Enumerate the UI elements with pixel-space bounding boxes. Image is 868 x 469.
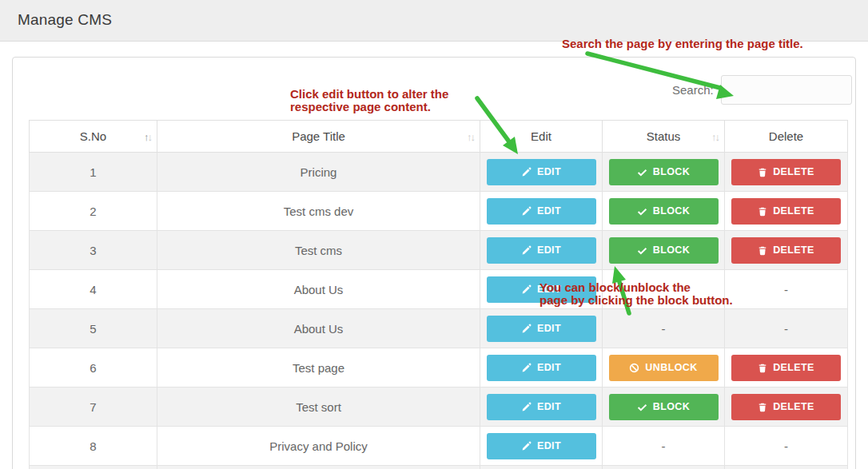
trash-icon [758, 402, 767, 412]
edit-cell: EDIT [480, 231, 603, 270]
sort-icon: ↑↓ [711, 130, 719, 142]
edit-button[interactable]: EDIT [487, 433, 596, 459]
trash-icon [758, 167, 767, 177]
column-header-s-no[interactable]: S.No↑↓ [30, 121, 157, 153]
sno-cell: 6 [30, 348, 157, 388]
block-button-label: BLOCK [653, 205, 690, 217]
column-header-label: Status [647, 129, 681, 143]
edit-cell: EDIT [480, 388, 603, 427]
page-title-cell: Pricing [157, 153, 480, 192]
block-button-label: BLOCK [653, 244, 690, 256]
table-row: 6Test pageEDITUNBLOCKDELETE [30, 348, 848, 388]
edit-cell: EDIT [480, 192, 603, 231]
delete-cell: - [725, 309, 848, 348]
annotation-block-tip-line2: page by clicking the block button. [540, 294, 733, 307]
delete-button-label: DELETE [773, 166, 814, 177]
delete-button[interactable]: DELETE [731, 355, 841, 381]
sno-cell: 2 [30, 192, 157, 231]
block-button[interactable]: BLOCK [609, 237, 719, 264]
sno-cell: 3 [30, 231, 157, 270]
block-button-label: BLOCK [653, 401, 690, 412]
table-row: 3Test cmsEDITBLOCKDELETE [30, 231, 848, 270]
trash-icon [758, 363, 767, 373]
delete-button[interactable]: DELETE [731, 394, 841, 420]
edit-button[interactable]: EDIT [487, 237, 596, 264]
sno-cell: 1 [30, 153, 157, 192]
pencil-icon [521, 441, 532, 451]
annotation-search-tip: Search the page by entering the page tit… [562, 38, 803, 50]
edit-button[interactable]: EDIT [487, 394, 596, 420]
check-icon [637, 167, 647, 177]
column-header-status[interactable]: Status↑↓ [603, 121, 725, 153]
sno-cell: 8 [30, 427, 157, 466]
column-header-label: Page Title [292, 129, 345, 143]
annotation-edit-tip-line1: Click edit button to alter the [290, 88, 448, 101]
edit-button[interactable]: EDIT [487, 316, 596, 342]
delete-cell: - [725, 270, 848, 309]
trash-icon [758, 245, 767, 256]
page-title-cell: Test sort [157, 388, 480, 427]
page-title-cell: Test page [157, 348, 480, 388]
delete-cell [725, 466, 848, 469]
unblock-button-label: UNBLOCK [645, 362, 697, 373]
search-area: Search: [672, 75, 852, 105]
search-input[interactable] [721, 75, 852, 105]
column-header-delete: Delete [725, 121, 848, 153]
page-title-cell: Privacy and Policy [157, 427, 480, 466]
trash-icon [758, 206, 767, 217]
edit-button[interactable]: EDIT [487, 355, 596, 381]
delete-button[interactable]: DELETE [731, 159, 841, 185]
pencil-icon [521, 167, 532, 177]
column-header-label: Edit [531, 129, 551, 143]
edit-button-label: EDIT [537, 362, 561, 373]
delete-cell: - [725, 427, 848, 466]
status-cell [603, 466, 725, 469]
edit-button-label: EDIT [537, 205, 561, 217]
edit-cell: EDIT [480, 348, 603, 388]
status-cell: BLOCK [603, 388, 725, 427]
edit-button-label: EDIT [537, 244, 561, 256]
table-row: 2Test cms devEDITBLOCKDELETE [30, 192, 848, 231]
delete-button[interactable]: DELETE [731, 198, 841, 225]
check-icon [637, 402, 647, 412]
column-header-page-title[interactable]: Page Title↑↓ [157, 121, 480, 153]
column-header-label: Delete [769, 129, 803, 143]
unblock-button[interactable]: UNBLOCK [609, 355, 719, 381]
pencil-icon [521, 284, 532, 295]
delete-cell: DELETE [725, 231, 848, 270]
table-header-row: S.No↑↓Page Title↑↓EditStatus↑↓Delete [30, 121, 848, 153]
page-title: Manage CMS [0, 0, 868, 29]
delete-button[interactable]: DELETE [731, 237, 841, 264]
sort-icon: ↑↓ [144, 130, 151, 142]
edit-button-label: EDIT [537, 440, 561, 451]
block-button[interactable]: BLOCK [609, 394, 719, 420]
annotation-block-tip: You can block/unblock the page by clicki… [540, 281, 733, 307]
status-cell: UNBLOCK [603, 348, 725, 388]
annotation-block-tip-line1: You can block/unblock the [540, 281, 733, 294]
status-cell: BLOCK [603, 153, 725, 192]
pencil-icon [521, 245, 532, 256]
check-icon [637, 206, 647, 217]
cms-table-body: 1PricingEDITBLOCKDELETE2Test cms devEDIT… [30, 153, 848, 469]
delete-button-label: DELETE [773, 205, 814, 217]
edit-button[interactable]: EDIT [487, 159, 596, 185]
block-button-label: BLOCK [653, 166, 690, 177]
sno-cell: 7 [30, 388, 157, 427]
table-row: 1PricingEDITBLOCKDELETE [30, 153, 848, 192]
status-cell: BLOCK [603, 192, 725, 231]
block-button[interactable]: BLOCK [609, 159, 719, 185]
page-title-cell [157, 466, 480, 469]
edit-button-label: EDIT [537, 323, 561, 334]
sno-cell: 5 [30, 309, 157, 348]
edit-button[interactable]: EDIT [487, 198, 596, 225]
edit-cell [480, 466, 603, 469]
edit-button-label: EDIT [537, 166, 561, 177]
pencil-icon [521, 363, 532, 373]
ban-icon [629, 363, 639, 373]
pencil-icon [521, 206, 532, 217]
table-row: 5About UsEDIT-- [30, 309, 848, 348]
status-cell: - [603, 427, 725, 466]
sort-icon: ↑↓ [467, 130, 474, 142]
block-button[interactable]: BLOCK [609, 198, 719, 225]
annotation-edit-tip: Click edit button to alter the respectiv… [290, 88, 448, 113]
